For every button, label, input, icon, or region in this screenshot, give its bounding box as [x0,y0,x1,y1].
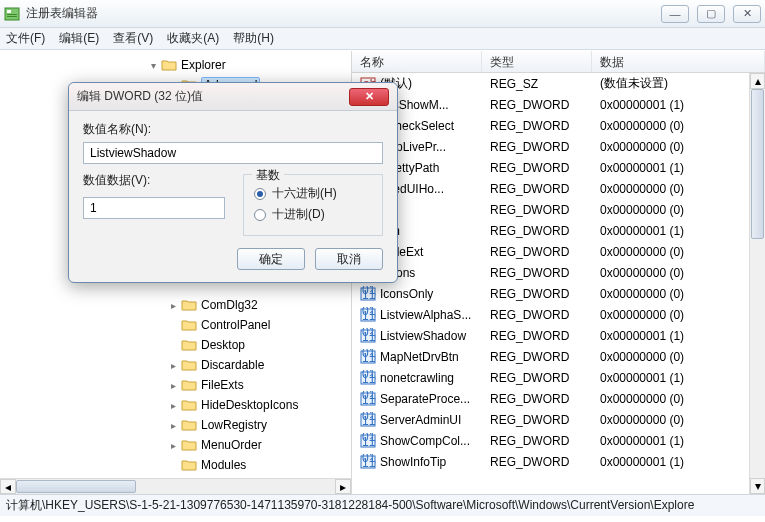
hscroll-thumb[interactable] [16,480,136,493]
base-legend: 基数 [252,167,284,184]
reg-dword-icon: 011110 [360,286,376,302]
value-data: 0x00000000 (0) [592,350,765,364]
scroll-left-icon[interactable]: ◂ [0,479,16,494]
value-name-label: 数值名称(N): [83,121,383,138]
scroll-down-icon[interactable]: ▾ [750,478,765,494]
menu-view[interactable]: 查看(V) [113,30,153,47]
value-type: REG_DWORD [482,161,592,175]
window-controls: — ▢ ✕ [661,5,761,23]
svg-text:110: 110 [362,288,376,302]
tree-item[interactable]: Modules [0,455,351,475]
tree-item[interactable]: ▸ComDlg32 [0,295,351,315]
list-row[interactable]: 011110ShowCompCol...REG_DWORD0x00000001 … [352,430,765,451]
radio-dec[interactable]: 十进制(D) [254,206,372,223]
radio-dec-dot[interactable] [254,209,266,221]
reg-dword-icon: 011110 [360,307,376,323]
tree-item[interactable]: Desktop [0,335,351,355]
expander-icon[interactable]: ▸ [168,380,179,391]
value-data: 0x00000000 (0) [592,140,765,154]
value-type: REG_DWORD [482,371,592,385]
list-row[interactable]: 011110ndedUIHo...REG_DWORD0x00000000 (0) [352,178,765,199]
value-type: REG_DWORD [482,266,592,280]
value-data: 0x00000000 (0) [592,203,765,217]
list-vscrollbar[interactable]: ▴ ▾ [749,73,765,494]
list-row[interactable]: 011110oCheckSelectREG_DWORD0x00000000 (0… [352,115,765,136]
menu-edit[interactable]: 编辑(E) [59,30,99,47]
cancel-button[interactable]: 取消 [315,248,383,270]
reg-dword-icon: 011110 [360,412,376,428]
maximize-button[interactable]: ▢ [697,5,725,23]
scroll-up-icon[interactable]: ▴ [750,73,765,89]
tree-label: ControlPanel [201,318,270,332]
tree-item[interactable]: ▸FileExts [0,375,351,395]
ok-button[interactable]: 确定 [237,248,305,270]
tree-item[interactable]: ControlPanel [0,315,351,335]
list-row[interactable]: 011110denREG_DWORD0x00000001 (1) [352,220,765,241]
expander-icon[interactable]: ▸ [168,360,179,371]
folder-icon [181,418,197,432]
list-row[interactable]: 011110ListviewAlphaS...REG_DWORD0x000000… [352,304,765,325]
folder-icon [161,58,177,72]
list-row[interactable]: 011110SeparateProce...REG_DWORD0x0000000… [352,388,765,409]
list-row[interactable]: 011110aysShowM...REG_DWORD0x00000001 (1) [352,94,765,115]
expander-icon[interactable]: ▸ [168,300,179,311]
expander-icon[interactable] [168,340,179,351]
value-data: (数值未设置) [592,75,765,92]
list-row[interactable]: 011110MapNetDrvBtnREG_DWORD0x00000000 (0… [352,346,765,367]
dialog-title: 编辑 DWORD (32 位)值 [77,88,349,105]
list-row[interactable]: ab(默认)REG_SZ(数值未设置) [352,73,765,94]
svg-text:110: 110 [362,372,376,386]
list-row[interactable]: 011110ktopLivePr...REG_DWORD0x00000000 (… [352,136,765,157]
list-row[interactable]: 011110ListviewShadowREG_DWORD0x00000001 … [352,325,765,346]
folder-icon [181,438,197,452]
tree-item[interactable]: ▸LowRegistry [0,415,351,435]
expander-icon[interactable]: ▸ [168,420,179,431]
reg-dword-icon: 011110 [360,328,376,344]
tree-item[interactable]: ▾Explorer [0,55,351,75]
list-row[interactable]: 011110ShowInfoTipREG_DWORD0x00000001 (1) [352,451,765,472]
minimize-button[interactable]: — [661,5,689,23]
list-row[interactable]: 011110eIconsREG_DWORD0x00000000 (0) [352,262,765,283]
reg-dword-icon: 011110 [360,433,376,449]
folder-icon [181,398,197,412]
dialog-titlebar[interactable]: 编辑 DWORD (32 位)值 ✕ [69,83,397,111]
tree-item[interactable]: ▸MenuOrder [0,435,351,455]
list-row[interactable]: 011110nonetcrawlingREG_DWORD0x00000001 (… [352,367,765,388]
list-row[interactable]: 011110REG_DWORD0x00000000 (0) [352,199,765,220]
scroll-right-icon[interactable]: ▸ [335,479,351,494]
expander-icon[interactable] [168,460,179,471]
expander-icon[interactable]: ▸ [168,440,179,451]
close-button[interactable]: ✕ [733,5,761,23]
value-type: REG_DWORD [482,350,592,364]
value-type: REG_DWORD [482,182,592,196]
value-data: 0x00000001 (1) [592,434,765,448]
tree-item[interactable]: ▸Discardable [0,355,351,375]
radio-hex-dot[interactable] [254,188,266,200]
value-type: REG_DWORD [482,119,592,133]
col-type[interactable]: 类型 [482,51,592,72]
expander-icon[interactable] [168,320,179,331]
list-pane[interactable]: 名称 类型 数据 ab(默认)REG_SZ(数值未设置)011110aysSho… [352,51,765,494]
expander-icon[interactable]: ▾ [148,60,159,71]
list-row[interactable]: 011110tPrettyPathREG_DWORD0x00000001 (1) [352,157,765,178]
edit-dword-dialog: 编辑 DWORD (32 位)值 ✕ 数值名称(N): 数值数据(V): 基数 … [68,82,398,283]
tree-item[interactable]: ▸HideDesktopIcons [0,395,351,415]
tree-hscrollbar[interactable]: ◂ ▸ [0,478,351,494]
vscroll-thumb[interactable] [751,89,764,239]
value-data: 0x00000000 (0) [592,392,765,406]
value-data-input[interactable] [83,197,225,219]
value-type: REG_SZ [482,77,592,91]
list-row[interactable]: 011110ServerAdminUIREG_DWORD0x00000000 (… [352,409,765,430]
expander-icon[interactable]: ▸ [168,400,179,411]
col-name[interactable]: 名称 [352,51,482,72]
list-row[interactable]: 011110eFileExtREG_DWORD0x00000000 (0) [352,241,765,262]
col-data[interactable]: 数据 [592,51,765,72]
list-row[interactable]: 011110IconsOnlyREG_DWORD0x00000000 (0) [352,283,765,304]
menu-file[interactable]: 文件(F) [6,30,45,47]
menu-favorites[interactable]: 收藏夹(A) [167,30,219,47]
value-name-input[interactable] [83,142,383,164]
dialog-close-button[interactable]: ✕ [349,88,389,106]
menu-help[interactable]: 帮助(H) [233,30,274,47]
radio-hex[interactable]: 十六进制(H) [254,185,372,202]
value-data: 0x00000001 (1) [592,98,765,112]
